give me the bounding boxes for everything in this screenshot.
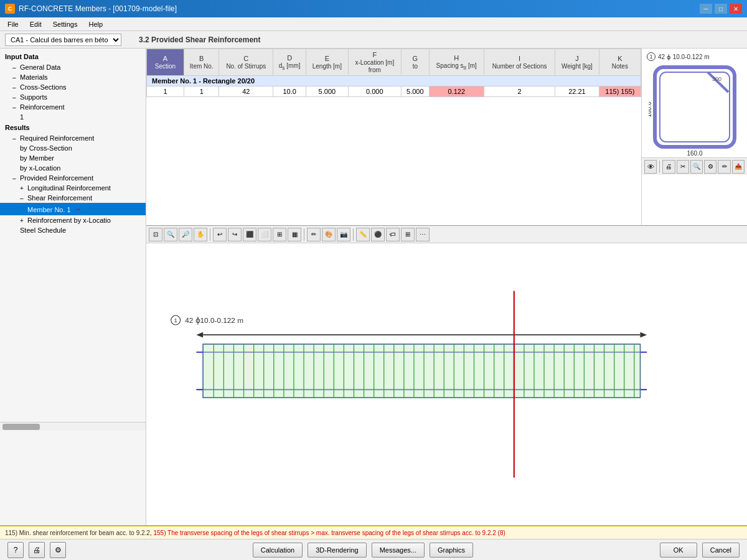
sidebar-item-by-x-location[interactable]: by x-Location [0,163,146,173]
main-container: CA1 - Calcul des barres en béto 3.2 Prov… [0,31,747,560]
messages-button[interactable]: Messages... [372,543,425,558]
col-header-i: INumber of Sections [484,49,555,76]
svg-rect-0 [655,67,735,147]
cell-stirrups: 42 [219,86,273,97]
col-header-a: ASection [147,49,184,76]
cut-button[interactable]: ✂ [677,160,689,174]
view-toolbar: ⊡ 🔍 🔎 ✋ ↩ ↪ ⬛ ⬜ ⊞ ▦ ✏ 🎨 📷 [146,226,747,243]
cancel-button[interactable]: Cancel [702,543,740,558]
svg-text:300: 300 [712,76,721,82]
print-button[interactable]: 🖨 [29,542,45,558]
visibility-button[interactable]: 👁 [644,160,657,174]
sidebar-item-materials[interactable]: –Materials [0,72,146,82]
3d-rendering-button[interactable]: 3D-Rendering [308,543,366,558]
render6-button[interactable]: ▦ [288,228,301,241]
svg-marker-11 [640,332,647,338]
svg-marker-10 [196,332,203,338]
col-header-j: JWeight [kg] [555,49,599,76]
table-row[interactable]: 1 1 42 10.0 5.000 0.000 5.000 0.122 2 22… [147,86,641,97]
zoom-fit-button[interactable]: ⊡ [149,228,162,241]
circle-number: 1 [647,52,655,61]
sidebar-item-required-reinf[interactable]: –Required Reinforcement [0,133,146,143]
grid-button[interactable]: ⊞ [401,228,415,241]
node-button[interactable]: ⚫ [371,228,385,241]
col-header-h: HSpacing sII [m] [429,49,484,76]
results-section-title: Results [0,122,146,133]
edit-cs-button[interactable]: ✏ [718,160,730,174]
sidebar: Input Data –General Data –Materials –Cro… [0,49,146,525]
sep1 [210,228,210,241]
sidebar-item-member-no1[interactable]: Member No. 1 → [0,203,146,215]
sidebar-item-reinf-1[interactable]: 1 [0,112,146,122]
label-button[interactable]: 🏷 [386,228,400,241]
sidebar-item-supports[interactable]: –Supports [0,92,146,102]
render-button[interactable]: ⚙ [704,160,716,174]
input-section-title: Input Data [0,51,146,62]
render3-button[interactable]: ⬛ [243,228,256,241]
svg-text:42 ϕ10.0-0.122 m: 42 ϕ10.0-0.122 m [185,316,243,325]
col-header-d: Dds [mm] [273,49,306,76]
menu-file[interactable]: File [2,19,24,29]
sidebar-item-shear-reinf[interactable]: –Shear Reinforcement [0,193,146,203]
button-bar: ? 🖨 ⚙ Calculation 3D-Rendering Messages.… [0,539,747,560]
measure-button[interactable]: 📏 [356,228,370,241]
close-button[interactable]: ✕ [730,4,742,14]
member-row: Member No. 1 - Rectangle 20/20 [147,76,641,86]
upper-content: ASection BItem No. CNo. of Stirrups Dds … [146,49,747,226]
top-toolbar: CA1 - Calcul des barres en béto 3.2 Prov… [0,31,747,49]
render-view-button[interactable]: ↩ [213,228,227,241]
sidebar-scrollbar[interactable] [0,422,146,431]
minimize-button[interactable]: ─ [700,4,712,14]
graphics-button[interactable]: Graphics [430,543,473,558]
app-icon: C [5,4,15,14]
sidebar-item-cross-sections[interactable]: –Cross-Sections [0,82,146,92]
render4-button[interactable]: ⬜ [258,228,271,241]
print-cs-button[interactable]: 🖨 [662,160,675,174]
col-header-f: Fx-Location [m]from [348,49,401,76]
export-cs-button[interactable]: 📤 [732,160,745,174]
render5-button[interactable]: ⊞ [273,228,286,241]
calculation-button[interactable]: Calculation [253,543,303,558]
sidebar-item-reinforcement[interactable]: –Reinforcement [0,102,146,112]
col-header-k: KNotes [599,49,641,76]
sidebar-item-by-cross-section[interactable]: by Cross-Section [0,143,146,153]
cell-xto: 5.000 [402,86,430,97]
svg-text:160.0: 160.0 [687,150,702,157]
sidebar-item-longitudinal[interactable]: +Longitudinal Reinforcement [0,183,146,193]
menu-edit[interactable]: Edit [25,19,47,29]
help-button[interactable]: ? [7,542,24,558]
col-header-g: Gto [402,49,430,76]
sidebar-item-reinf-by-x[interactable]: +Reinforcement by x-Locatio [0,215,146,225]
svg-rect-15 [203,344,640,398]
status-msg2: 155) The transverse spacing of the legs … [153,530,505,536]
pan-button[interactable]: ✋ [194,228,207,241]
more-button[interactable]: ⋯ [416,228,430,241]
cell-spacing: 0.122 [429,86,484,97]
graphics-area: 1 42 ϕ10.0-0.122 m [146,243,747,525]
zoom-cs-button[interactable]: 🔍 [690,160,703,174]
cross-section-svg: 160.0 160.0 300 [649,61,741,157]
sidebar-item-general-data[interactable]: –General Data [0,62,146,72]
ok-button[interactable]: OK [660,543,697,558]
sidebar-item-provided-reinf[interactable]: –Provided Reinforcement [0,173,146,183]
menu-settings[interactable]: Settings [48,19,83,29]
window-title: RF-CONCRETE Members - [001709-model-file… [19,4,177,13]
sep3 [353,228,354,241]
zoom-out-button[interactable]: 🔎 [179,228,192,241]
render2-button[interactable]: ↪ [228,228,242,241]
edit-view-button[interactable]: ✏ [307,228,321,241]
col-header-e: ELength [m] [306,49,348,76]
screenshot-button[interactable]: 📷 [337,228,350,241]
case-dropdown[interactable]: CA1 - Calcul des barres en béto [5,34,121,46]
title-bar: C RF-CONCRETE Members - [001709-model-fi… [0,0,747,17]
zoom-in-button[interactable]: 🔍 [164,228,177,241]
right-panel: ASection BItem No. CNo. of Stirrups Dds … [146,49,747,525]
sidebar-item-by-member[interactable]: by Member [0,153,146,163]
lower-content: ⊡ 🔍 🔎 ✋ ↩ ↪ ⬛ ⬜ ⊞ ▦ ✏ 🎨 📷 [146,226,747,525]
cell-item: 1 [184,86,219,97]
sidebar-item-steel-schedule[interactable]: Steel Schedule [0,225,146,235]
settings-button[interactable]: ⚙ [50,542,66,558]
color-button[interactable]: 🎨 [322,228,336,241]
maximize-button[interactable]: □ [715,4,727,14]
menu-help[interactable]: Help [83,19,108,29]
